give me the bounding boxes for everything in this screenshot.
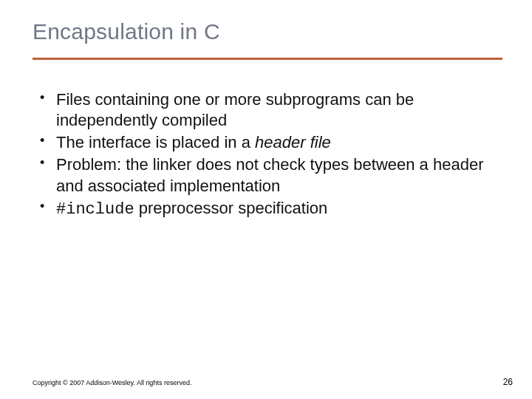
slide-title: Encapsulation in C bbox=[33, 19, 502, 44]
bullet-text: Files containing one or more subprograms… bbox=[56, 90, 414, 129]
bullet-text: Problem: the linker does not check types… bbox=[56, 155, 483, 194]
bullet-em: header file bbox=[255, 133, 331, 151]
footer: Copyright © 2007 Addison-Wesley. All rig… bbox=[33, 377, 513, 387]
bullet-code: #include bbox=[56, 200, 134, 219]
title-rule bbox=[33, 58, 502, 60]
bullet-item: Problem: the linker does not check types… bbox=[38, 154, 502, 196]
bullet-item: The interface is placed in a header file bbox=[38, 132, 502, 153]
copyright: Copyright © 2007 Addison-Wesley. All rig… bbox=[33, 379, 191, 386]
bullet-list: Files containing one or more subprograms… bbox=[33, 89, 502, 220]
bullet-item: Files containing one or more subprograms… bbox=[38, 89, 502, 131]
bullet-item: #include preprocessor specification bbox=[38, 198, 502, 220]
page-number: 26 bbox=[503, 377, 513, 387]
bullet-text: The interface is placed in a bbox=[56, 133, 255, 151]
slide: Encapsulation in C Files containing one … bbox=[0, 0, 532, 399]
bullet-text: preprocessor specification bbox=[134, 199, 328, 217]
